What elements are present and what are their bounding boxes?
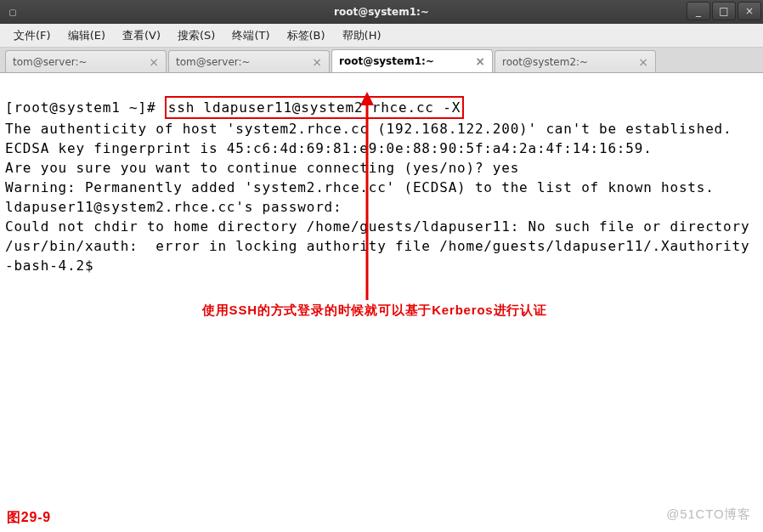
window-title: root@system1:~ — [0, 6, 763, 18]
prompt: [root@system1 ~]# — [5, 99, 165, 116]
menu-terminal[interactable]: 终端(T) — [223, 25, 278, 47]
menu-edit[interactable]: 编辑(E) — [59, 25, 114, 47]
figure-label: 图29-9 — [7, 507, 51, 527]
tab-label: root@system1:~ — [339, 55, 470, 67]
output-line: ldapuser11@system2.rhce.cc's password: — [5, 197, 758, 217]
tab-label: tom@server:~ — [176, 56, 307, 68]
close-icon[interactable]: × — [149, 55, 159, 69]
titlebar: ▢ root@system1:~ _ □ × — [0, 0, 763, 24]
close-button[interactable]: × — [738, 2, 761, 20]
close-icon[interactable]: × — [638, 55, 648, 69]
menu-help[interactable]: 帮助(H) — [334, 25, 390, 47]
maximize-button[interactable]: □ — [712, 2, 736, 20]
output-line: ECDSA key fingerprint is 45:c6:4d:69:81:… — [5, 139, 758, 158]
menu-file[interactable]: 文件(F) — [5, 25, 59, 47]
tab-root-system2[interactable]: root@system2:~ × — [495, 50, 656, 72]
tab-root-system1[interactable]: root@system1:~ × — [331, 49, 493, 72]
window-controls: _ □ × — [687, 0, 763, 24]
minimize-button[interactable]: _ — [687, 2, 710, 20]
menu-view[interactable]: 查看(V) — [114, 25, 169, 47]
close-icon[interactable]: × — [312, 55, 322, 69]
terminal-icon: ▢ — [5, 4, 20, 20]
watermark: @51CTO博客 — [666, 504, 751, 524]
menu-tabs[interactable]: 标签(B) — [279, 25, 334, 47]
output-line: Warning: Permanently added 'system2.rhce… — [5, 178, 758, 197]
output-line: Could not chdir to home directory /home/… — [5, 217, 758, 236]
tab-tom-server-2[interactable]: tom@server:~ × — [168, 50, 330, 72]
output-line: -bash-4.2$ — [5, 256, 758, 275]
tab-tom-server-1[interactable]: tom@server:~ × — [5, 50, 167, 72]
close-icon[interactable]: × — [475, 54, 485, 68]
output-line: Are you sure you want to continue connec… — [5, 158, 758, 178]
menubar: 文件(F) 编辑(E) 查看(V) 搜索(S) 终端(T) 标签(B) 帮助(H… — [0, 24, 763, 48]
menu-search[interactable]: 搜索(S) — [169, 25, 223, 47]
output-line: /usr/bin/xauth: error in locking authori… — [5, 236, 758, 256]
tabbar: tom@server:~ × tom@server:~ × root@syste… — [0, 48, 763, 73]
output-line: The authenticity of host 'system2.rhce.c… — [5, 119, 758, 139]
tab-label: tom@server:~ — [13, 56, 144, 68]
tab-label: root@system2:~ — [502, 56, 633, 68]
annotation-text: 使用SSH的方式登录的时候就可以基于Kerberos进行认证 — [202, 300, 547, 320]
command-highlight: ssh ldapuser11@system2.rhce.cc -X — [165, 96, 464, 119]
terminal-content[interactable]: [root@system1 ~]# ssh ldapuser11@system2… — [0, 73, 763, 532]
